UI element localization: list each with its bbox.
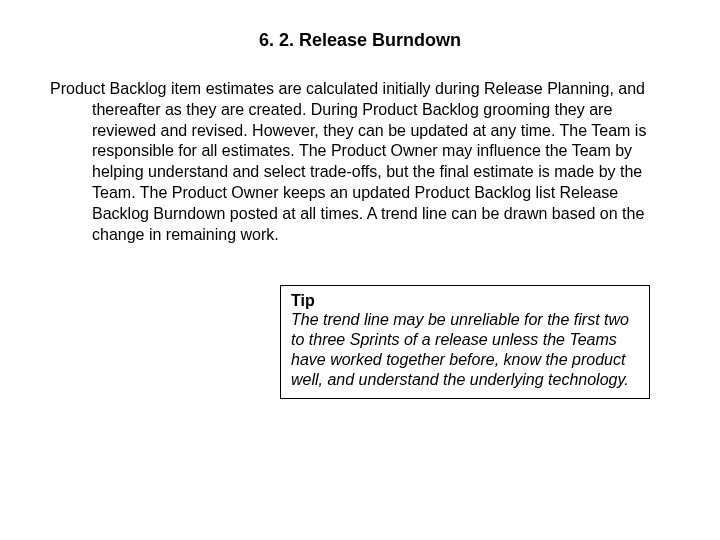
tip-box: Tip The trend line may be unreliable for…	[280, 285, 650, 399]
section-heading: 6. 2. Release Burndown	[50, 30, 670, 51]
tip-title: Tip	[291, 292, 639, 310]
section-body: Product Backlog item estimates are calcu…	[92, 79, 670, 245]
tip-body: The trend line may be unreliable for the…	[291, 310, 639, 390]
